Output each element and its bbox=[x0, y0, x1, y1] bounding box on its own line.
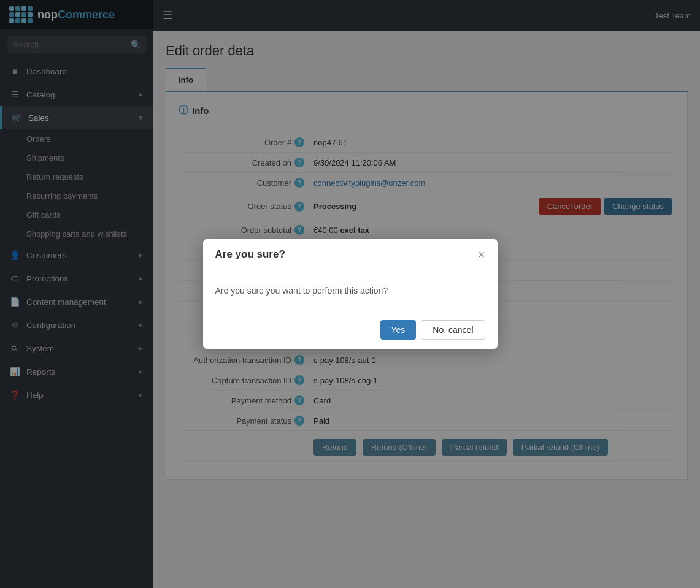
modal-message: Are you sure you want to perform this ac… bbox=[215, 286, 485, 296]
modal-title: Are you sure? bbox=[215, 248, 285, 261]
modal-yes-button[interactable]: Yes bbox=[380, 320, 417, 340]
confirmation-modal: Are you sure? × Are you sure you want to… bbox=[203, 239, 498, 349]
modal-body: Are you sure you want to perform this ac… bbox=[203, 270, 498, 311]
modal-header: Are you sure? × bbox=[203, 239, 498, 270]
modal-footer: Yes No, cancel bbox=[203, 311, 498, 349]
modal-close-button[interactable]: × bbox=[478, 248, 485, 261]
modal-overlay[interactable]: Are you sure? × Are you sure you want to… bbox=[0, 0, 700, 588]
modal-no-cancel-button[interactable]: No, cancel bbox=[421, 320, 485, 340]
